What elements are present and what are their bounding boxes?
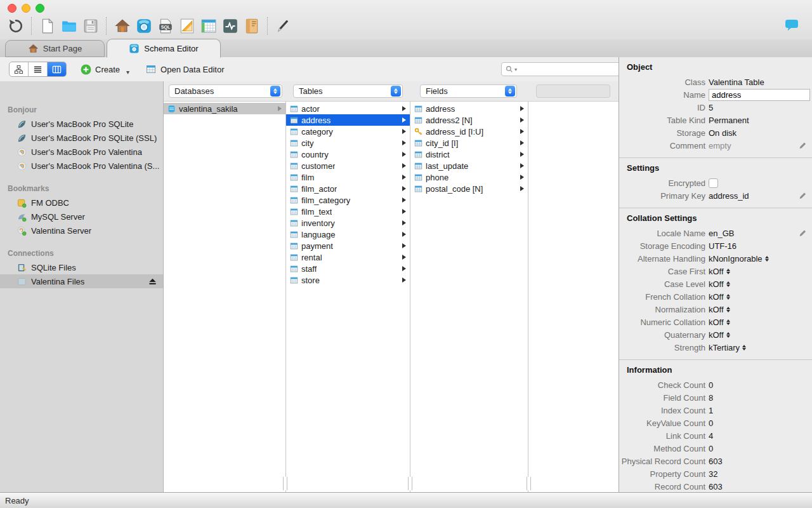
list-item[interactable]: address — [410, 103, 528, 114]
list-item[interactable]: country — [286, 149, 410, 160]
list-item-label: payment — [301, 241, 333, 251]
inspector-row-value[interactable]: kOff — [709, 318, 730, 327]
list-item[interactable]: postal_code [N] — [410, 183, 528, 194]
toolbar-button-brush[interactable] — [273, 16, 294, 36]
feedback-chat-button[interactable] — [784, 18, 799, 32]
inspector-row: Encrypted — [619, 177, 812, 189]
column-resize-grip[interactable] — [527, 477, 531, 490]
view-mode-column-view[interactable] — [48, 62, 66, 76]
sidebar-item[interactable]: User's MacBook Pro Valentina (S... — [0, 159, 163, 173]
sidebar-item[interactable]: User's MacBook Pro SQLite (SSL) — [0, 131, 163, 145]
inspector-row-value[interactable]: kOff — [709, 330, 730, 340]
view-mode-tree-view[interactable] — [10, 62, 29, 76]
edit-pencil-icon[interactable] — [799, 192, 807, 200]
inspector-row-value: On disk — [709, 128, 737, 138]
list-item[interactable]: city — [286, 137, 410, 149]
column-resize-grip[interactable] — [283, 477, 287, 490]
toolbar-button-open-folder[interactable] — [58, 16, 80, 36]
view-mode-segmented-control — [9, 62, 67, 77]
sidebar-item[interactable]: MySQL Server — [0, 210, 163, 224]
search-input[interactable] — [518, 64, 619, 75]
tables-column-selector[interactable]: Tables — [293, 84, 403, 98]
search-field[interactable]: ▾ — [501, 62, 623, 76]
list-item[interactable]: inventory — [286, 217, 410, 229]
edit-pencil-icon[interactable] — [799, 142, 807, 150]
list-item[interactable]: payment — [286, 240, 410, 251]
inspector-row-value[interactable]: kOff — [709, 267, 730, 276]
sidebar-item[interactable]: SQLite Files — [0, 260, 163, 274]
list-item[interactable]: address_id [I:U] — [410, 126, 528, 137]
name-input[interactable] — [709, 89, 810, 101]
column-view-icon — [52, 65, 62, 74]
fields-column-selector[interactable]: Fields — [420, 84, 517, 98]
object-inspector-panel: ObjectClassValentina TableNameID5Table K… — [619, 57, 812, 492]
toolbar-button-new-document[interactable] — [37, 16, 58, 36]
tables-stepper[interactable] — [391, 86, 401, 97]
tab-start-page[interactable]: Start Page — [5, 40, 105, 57]
table-small-icon — [290, 139, 298, 147]
toolbar-button-data-editor[interactable] — [198, 16, 219, 36]
list-item[interactable]: store — [286, 274, 410, 286]
sidebar-item[interactable]: User's MacBook Pro SQLite — [0, 117, 163, 131]
search-scope-caret[interactable]: ▾ — [514, 67, 517, 72]
create-button[interactable]: Create ▾ — [81, 64, 129, 75]
toolbar-button-home[interactable] — [112, 16, 133, 36]
encrypted-checkbox[interactable] — [709, 178, 718, 188]
toolbar-button-report-editor[interactable] — [241, 16, 263, 36]
table-small-icon — [290, 242, 298, 250]
list-item[interactable]: address — [286, 114, 410, 126]
toolbar-button-undo[interactable] — [5, 16, 27, 36]
list-item[interactable]: film_actor — [286, 183, 410, 194]
inspector-row-value[interactable]: kOff — [709, 279, 730, 289]
extra-column-selector[interactable] — [536, 84, 610, 98]
toolbar-button-save[interactable] — [80, 16, 102, 36]
table-small-icon — [290, 105, 298, 113]
view-mode-list-view[interactable] — [29, 62, 48, 76]
list-item[interactable]: actor — [286, 103, 410, 114]
inspector-row: Link Count4 — [619, 429, 812, 442]
databases-column-selector[interactable]: Databases — [169, 84, 282, 98]
toolbar-button-diagram-editor[interactable] — [176, 16, 198, 36]
databases-stepper[interactable] — [270, 86, 280, 97]
create-dropdown-caret[interactable]: ▾ — [126, 69, 129, 76]
list-item[interactable]: film_category — [286, 194, 410, 206]
list-item[interactable]: film_text — [286, 206, 410, 217]
inspector-section-title: Collation Settings — [619, 213, 812, 227]
list-item[interactable]: rental — [286, 251, 410, 263]
inspector-row-value[interactable]: kOff — [709, 292, 730, 302]
list-item[interactable]: phone — [410, 171, 528, 183]
sidebar-item[interactable]: FM ODBC — [0, 196, 163, 210]
list-item[interactable]: city_id [I] — [410, 137, 528, 149]
minimize-window-button[interactable] — [22, 4, 30, 13]
edit-pencil-icon[interactable] — [799, 229, 807, 237]
list-item[interactable]: district — [410, 149, 528, 160]
table-small-icon — [290, 185, 298, 193]
list-item[interactable]: last_update — [410, 160, 528, 171]
tab-schema-editor[interactable]: Schema Editor — [107, 39, 221, 58]
open-data-editor-button[interactable]: Open Data Editor — [146, 64, 224, 74]
toolbar-button-sql-editor[interactable]: SQL — [155, 16, 176, 36]
toolbar-button-server-admin[interactable] — [219, 16, 241, 36]
column-resize-grip[interactable] — [408, 477, 412, 490]
toolbar-button-schema-editor[interactable] — [133, 16, 155, 36]
inspector-row: Method Count0 — [619, 442, 812, 455]
sidebar-item[interactable]: Valentina Server — [0, 224, 163, 237]
inspector-row: Case LevelkOff — [619, 277, 812, 290]
list-item[interactable]: customer — [286, 160, 410, 171]
inspector-row-value[interactable]: kOff — [709, 305, 730, 314]
zoom-window-button[interactable] — [36, 4, 44, 13]
fields-stepper[interactable] — [505, 86, 515, 97]
sidebar-item[interactable]: Valentina Files — [0, 274, 163, 288]
list-item[interactable]: staff — [286, 263, 410, 274]
list-item[interactable]: category — [286, 126, 410, 137]
list-item[interactable]: language — [286, 229, 410, 240]
inspector-row-label: Locale Name — [619, 229, 709, 238]
list-item[interactable]: valentina_sakila — [164, 103, 285, 114]
list-item[interactable]: address2 [N] — [410, 114, 528, 126]
list-item[interactable]: film — [286, 171, 410, 183]
close-window-button[interactable] — [8, 4, 16, 13]
inspector-row-value[interactable]: kNonIgnorable — [709, 254, 769, 264]
eject-icon[interactable] — [148, 277, 157, 285]
inspector-row-value[interactable]: kTertiary — [709, 343, 746, 352]
sidebar-item[interactable]: User's MacBook Pro Valentina — [0, 145, 163, 159]
